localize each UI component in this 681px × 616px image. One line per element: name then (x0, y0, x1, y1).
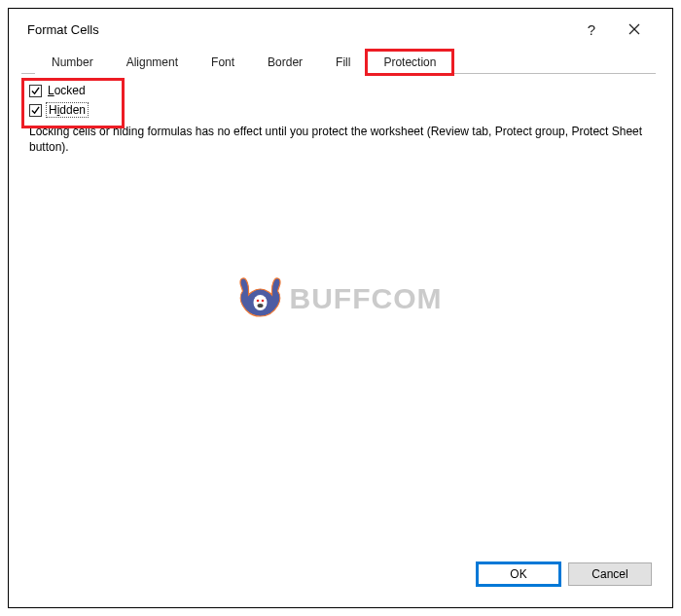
format-cells-dialog: Format Cells ? Number Alignment Font Bor… (12, 12, 665, 599)
buffcom-logo-icon (235, 273, 286, 324)
hidden-checkbox-row[interactable]: Hidden (29, 102, 648, 118)
dialog-title: Format Cells (27, 22, 570, 37)
checkmark-icon (31, 87, 40, 95)
close-icon (628, 23, 640, 35)
button-bar: OK Cancel (12, 553, 665, 599)
hidden-checkbox[interactable] (29, 104, 42, 117)
tab-alignment[interactable]: Alignment (110, 51, 195, 74)
tab-content: Locked Hidden Locking cells or hiding fo… (12, 74, 665, 553)
protection-checkboxes: Locked Hidden (29, 84, 648, 118)
locked-checkbox-row[interactable]: Locked (29, 84, 648, 97)
tab-font[interactable]: Font (195, 51, 251, 74)
ok-button[interactable]: OK (477, 562, 560, 586)
titlebar: Format Cells ? (12, 12, 665, 49)
tab-number[interactable]: Number (35, 51, 110, 74)
tab-bar: Number Alignment Font Border Fill Protec… (21, 49, 656, 74)
help-button[interactable]: ? (570, 16, 613, 43)
close-button[interactable] (613, 16, 656, 43)
hidden-label: Hidden (46, 102, 89, 118)
tab-protection[interactable]: Protection (367, 51, 452, 74)
locked-label: Locked (48, 84, 86, 97)
svg-point-2 (254, 295, 268, 310)
tab-border[interactable]: Border (251, 51, 319, 74)
outer-frame: Format Cells ? Number Alignment Font Bor… (8, 8, 673, 608)
locked-checkbox[interactable] (29, 85, 42, 97)
checkmark-icon (31, 106, 40, 115)
cancel-button[interactable]: Cancel (568, 562, 652, 586)
watermark-text: BUFFCOM (290, 282, 443, 315)
tab-fill[interactable]: Fill (319, 51, 367, 74)
watermark: BUFFCOM (235, 273, 443, 324)
svg-point-3 (257, 300, 260, 303)
svg-point-4 (262, 300, 265, 303)
protection-info-text: Locking cells or hiding formulas has no … (29, 124, 648, 155)
svg-point-5 (258, 304, 264, 308)
